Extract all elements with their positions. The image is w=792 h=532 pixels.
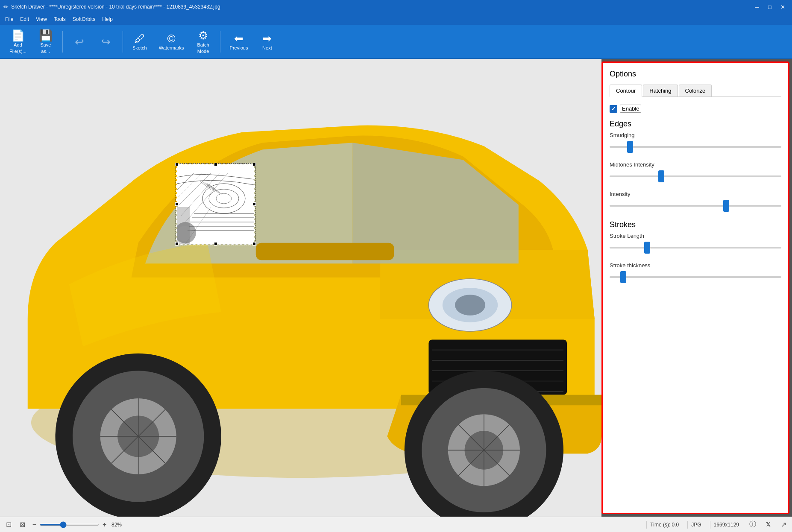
options-title: Options [610, 70, 781, 79]
handle-bottom-center[interactable] [214, 242, 217, 246]
zoom-label: 82% [111, 522, 122, 528]
handle-top-right[interactable] [252, 163, 256, 166]
handle-middle-right[interactable] [252, 202, 256, 206]
sketch-label: Sketch [132, 45, 147, 50]
midtones-intensity-slider[interactable] [610, 170, 781, 182]
menu-softorbits[interactable]: SoftOrbits [69, 15, 99, 23]
handle-top-left[interactable] [175, 163, 179, 166]
stroke-length-label: Stroke Length [610, 233, 781, 239]
stroke-thickness-rail [610, 276, 781, 278]
maximize-button[interactable]: □ [764, 1, 776, 13]
midtones-intensity-row: Midtones Intensity [610, 161, 781, 182]
time-label: Time (s): 0.0 [646, 521, 682, 529]
title-text: Sketch Drawer - ****Unregistered version… [11, 4, 751, 10]
intensity-label: Intensity [610, 191, 781, 197]
minimize-button[interactable]: ─ [751, 1, 763, 13]
twitter-button[interactable]: 𝕏 [763, 520, 773, 530]
toolbar: 📄 Add File(s)... 💾 Save as... ↩ ↪ 🖊 Sket… [0, 25, 792, 59]
menu-file[interactable]: File [2, 15, 17, 23]
menu-help[interactable]: Help [99, 15, 116, 23]
enable-label: Enable [620, 105, 641, 113]
tab-contour[interactable]: Contour [610, 85, 642, 97]
intensity-row: Intensity [610, 191, 781, 212]
menu-view[interactable]: View [32, 15, 50, 23]
stroke-length-handle[interactable] [644, 242, 650, 254]
toolbar-separator-3 [220, 31, 220, 53]
sketch-button[interactable]: 🖊 Sketch [128, 27, 151, 56]
zoom-slider[interactable] [40, 524, 99, 526]
statusbar-right: Time (s): 0.0 JPG 1669x1129 ⓘ 𝕏 ↗ [646, 520, 789, 530]
midtones-intensity-rail [610, 175, 781, 177]
stroke-length-row: Stroke Length [610, 233, 781, 254]
canvas-area[interactable] [0, 59, 601, 517]
dimensions-label: 1669x1129 [710, 521, 742, 529]
zoom-in-button[interactable]: + [101, 520, 108, 529]
handle-bottom-right[interactable] [252, 242, 256, 246]
tab-hatching[interactable]: Hatching [643, 85, 678, 96]
main-content: Options Contour Hatching Colorize Enable… [0, 59, 792, 517]
options-panel: Options Contour Hatching Colorize Enable… [601, 61, 789, 514]
batch-mode-label2: Mode [197, 49, 209, 54]
midtones-intensity-label: Midtones Intensity [610, 161, 781, 168]
undo-icon: ↩ [75, 36, 84, 47]
info-button[interactable]: ⓘ [748, 520, 758, 530]
zoom-fit-icon[interactable]: ⊡ [3, 520, 14, 530]
batch-mode-button[interactable]: ⚙ Batch Mode [192, 27, 215, 56]
add-file-icon: 📄 [11, 30, 25, 41]
handle-top-center[interactable] [214, 163, 217, 166]
menu-tools[interactable]: Tools [50, 15, 69, 23]
strokes-header: Strokes [610, 220, 781, 229]
previous-button[interactable]: ⬅ Previous [226, 27, 252, 56]
handle-middle-left[interactable] [175, 202, 179, 206]
svg-point-10 [455, 295, 485, 316]
tab-colorize[interactable]: Colorize [679, 85, 712, 96]
batch-mode-icon: ⚙ [198, 30, 208, 41]
share-button[interactable]: ↗ [778, 520, 789, 530]
next-icon: ➡ [262, 33, 272, 44]
watermarks-icon: © [167, 33, 176, 44]
intensity-slider[interactable] [610, 200, 781, 212]
save-as-label2: as... [41, 49, 50, 54]
watermarks-label: Watermarks [159, 45, 184, 50]
next-button[interactable]: ➡ Next [255, 27, 279, 56]
handle-bottom-left[interactable] [175, 242, 179, 246]
add-file-label: Add [14, 42, 22, 47]
smudging-slider[interactable] [610, 141, 781, 153]
save-as-button[interactable]: 💾 Save as... [34, 27, 57, 56]
window-controls: ─ □ ✕ [751, 1, 789, 13]
statusbar: ⊡ ⊠ − + 82% Time (s): 0.0 JPG 1669x1129 … [0, 517, 792, 532]
intensity-handle[interactable] [723, 200, 729, 212]
stroke-thickness-label: Stroke thickness [610, 262, 781, 269]
zoom-actual-icon[interactable]: ⊠ [17, 520, 27, 530]
selection-rectangle[interactable] [176, 164, 255, 245]
redo-icon: ↪ [101, 36, 111, 47]
sketch-icon: 🖊 [134, 33, 145, 44]
redo-button[interactable]: ↪ [94, 27, 117, 56]
add-file-button[interactable]: 📄 Add File(s)... [5, 27, 31, 56]
next-label: Next [262, 45, 272, 50]
menu-edit[interactable]: Edit [17, 15, 32, 23]
add-file-label2: File(s)... [9, 49, 26, 54]
midtones-intensity-handle[interactable] [658, 170, 664, 182]
stroke-thickness-row: Stroke thickness [610, 262, 781, 283]
titlebar: ✏ Sketch Drawer - ****Unregistered versi… [0, 0, 792, 14]
stroke-thickness-handle[interactable] [620, 271, 626, 283]
save-as-icon: 💾 [39, 30, 53, 41]
zoom-out-button[interactable]: − [31, 520, 38, 529]
watermarks-button[interactable]: © Watermarks [155, 27, 188, 56]
stroke-thickness-slider[interactable] [610, 271, 781, 283]
toolbar-separator-1 [62, 31, 63, 53]
stroke-length-rail [610, 247, 781, 248]
intensity-rail [610, 205, 781, 207]
smudging-handle[interactable] [627, 141, 633, 153]
options-tabs: Contour Hatching Colorize [610, 85, 781, 97]
smudging-label: Smudging [610, 132, 781, 138]
svg-rect-27 [256, 243, 394, 260]
smudging-row: Smudging [610, 132, 781, 153]
zoom-controls: − + [31, 520, 108, 529]
save-as-label: Save [40, 42, 51, 47]
stroke-length-slider[interactable] [610, 242, 781, 254]
close-button[interactable]: ✕ [777, 1, 789, 13]
enable-checkbox[interactable] [610, 105, 617, 113]
undo-button[interactable]: ↩ [68, 27, 91, 56]
